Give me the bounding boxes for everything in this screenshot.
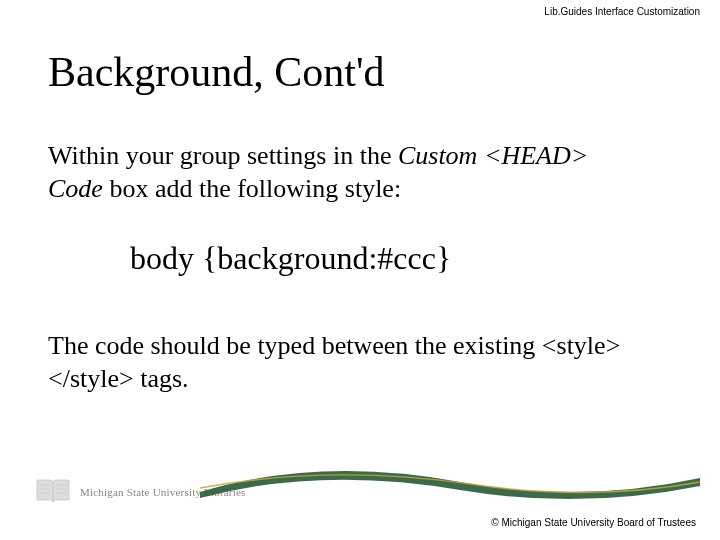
intro-text-1: Within your group settings in the (48, 141, 398, 170)
code-example: body {background:#ccc} (130, 240, 451, 277)
swoosh-graphic (200, 462, 700, 502)
book-icon (35, 476, 71, 504)
intro-paragraph: Within your group settings in the Custom… (48, 140, 648, 205)
footer-logo-area: Michigan State University Libraries (20, 460, 700, 510)
instruction-paragraph: The code should be typed between the exi… (48, 330, 648, 395)
header-label: Lib.Guides Interface Customization (544, 6, 700, 17)
copyright-text: © Michigan State University Board of Tru… (491, 517, 696, 528)
slide-title: Background, Cont'd (48, 48, 385, 96)
intro-text-2: box add the following style: (103, 174, 401, 203)
